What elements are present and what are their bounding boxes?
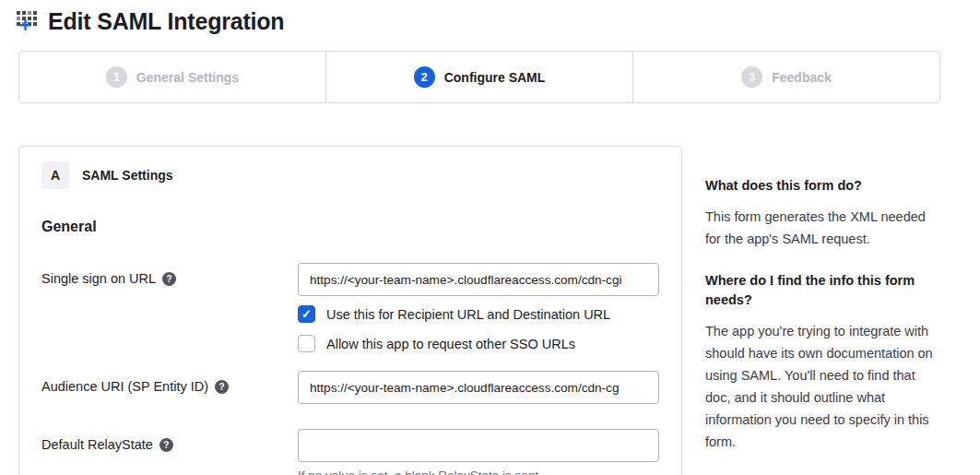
step-3-label: Feedback bbox=[772, 70, 832, 85]
saml-settings-panel: A SAML Settings General Single sign on U… bbox=[18, 146, 682, 475]
other-sso-urls-checkbox[interactable] bbox=[298, 335, 315, 352]
sso-url-input[interactable] bbox=[298, 263, 659, 296]
recipient-url-checkbox[interactable] bbox=[298, 305, 315, 323]
default-relaystate-field-col: If no value is set, a blank RelayState i… bbox=[298, 429, 659, 475]
audience-uri-help-icon[interactable] bbox=[215, 380, 229, 394]
help-heading-what: What does this form do? bbox=[705, 176, 943, 196]
recipient-url-checkbox-label: Use this for Recipient URL and Destinati… bbox=[326, 307, 610, 322]
audience-uri-label-wrap: Audience URI (SP Entity ID) bbox=[41, 371, 298, 394]
sso-url-help-icon[interactable] bbox=[162, 272, 176, 286]
edit-saml-integration-page: + Edit SAML Integration 1 General Settin… bbox=[0, 7, 980, 475]
panel-title: SAML Settings bbox=[82, 168, 173, 183]
help-body-what: This form generates the XML needed for t… bbox=[705, 207, 943, 251]
default-relaystate-label-wrap: Default RelayState bbox=[41, 429, 298, 452]
sso-url-label: Single sign on URL bbox=[41, 271, 156, 286]
panel-header: A SAML Settings bbox=[41, 161, 659, 189]
step-2-circle: 2 bbox=[414, 66, 435, 88]
help-section-what: What does this form do? This form genera… bbox=[705, 176, 943, 251]
help-heading-where: Where do I find the info this form needs… bbox=[705, 271, 943, 310]
sso-url-field-col: Use this for Recipient URL and Destinati… bbox=[298, 263, 659, 352]
sso-url-label-wrap: Single sign on URL bbox=[41, 263, 298, 286]
add-app-icon: + bbox=[15, 7, 42, 35]
step-1-label: General Settings bbox=[136, 70, 239, 85]
step-1-circle: 1 bbox=[106, 66, 127, 88]
page-header: + Edit SAML Integration bbox=[15, 7, 980, 35]
step-configure-saml[interactable]: 2 Configure SAML bbox=[325, 52, 632, 102]
help-sidebar: What does this form do? This form genera… bbox=[705, 146, 943, 453]
default-relaystate-row: Default RelayState If no value is set, a… bbox=[41, 429, 659, 475]
default-relaystate-input[interactable] bbox=[298, 429, 659, 462]
help-section-where: Where do I find the info this form needs… bbox=[705, 271, 943, 454]
general-section-heading: General bbox=[41, 219, 659, 235]
other-sso-urls-checkbox-row[interactable]: Allow this app to request other SSO URLs bbox=[298, 335, 659, 352]
recipient-url-checkbox-row[interactable]: Use this for Recipient URL and Destinati… bbox=[298, 305, 659, 323]
wizard-stepper: 1 General Settings 2 Configure SAML 3 Fe… bbox=[18, 51, 940, 103]
audience-uri-input[interactable] bbox=[298, 371, 659, 404]
sso-url-row: Single sign on URL Use this for Recipien… bbox=[41, 263, 659, 352]
audience-uri-field-col bbox=[298, 371, 659, 404]
step-3-circle: 3 bbox=[741, 66, 762, 88]
page-title: Edit SAML Integration bbox=[48, 8, 284, 35]
step-feedback[interactable]: 3 Feedback bbox=[632, 52, 939, 102]
audience-uri-row: Audience URI (SP Entity ID) bbox=[41, 371, 659, 404]
audience-uri-label: Audience URI (SP Entity ID) bbox=[41, 379, 208, 394]
other-sso-urls-checkbox-label: Allow this app to request other SSO URLs bbox=[326, 337, 575, 351]
step-general-settings[interactable]: 1 General Settings bbox=[19, 52, 325, 102]
default-relaystate-helper-text: If no value is set, a blank RelayState i… bbox=[298, 469, 659, 475]
step-2-label: Configure SAML bbox=[444, 70, 546, 85]
content-area: A SAML Settings General Single sign on U… bbox=[18, 146, 980, 475]
default-relaystate-label: Default RelayState bbox=[41, 437, 153, 452]
default-relaystate-help-icon[interactable] bbox=[159, 438, 173, 452]
section-a-badge: A bbox=[41, 161, 69, 189]
help-body-where: The app you're trying to integrate with … bbox=[705, 321, 943, 454]
